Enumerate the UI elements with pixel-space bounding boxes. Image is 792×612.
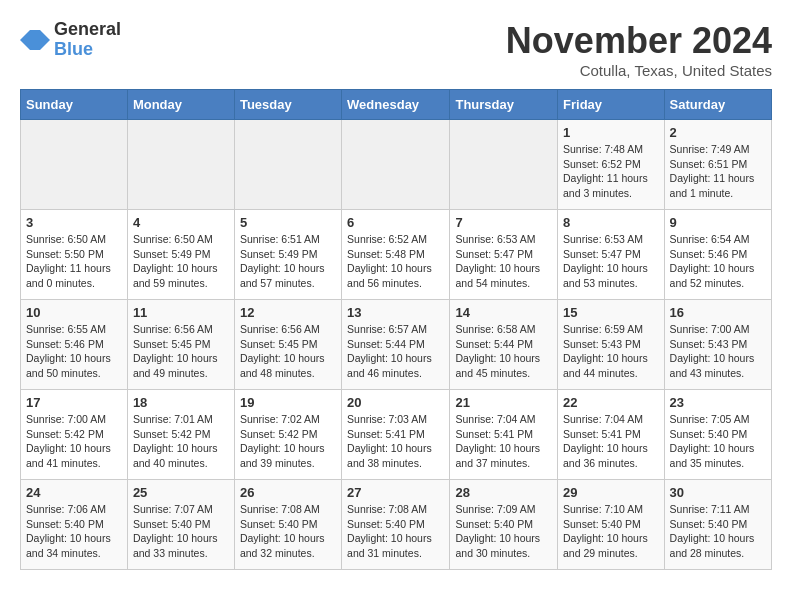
day-info: Sunrise: 6:53 AMSunset: 5:47 PMDaylight:… bbox=[455, 232, 552, 291]
day-info: Sunrise: 7:06 AMSunset: 5:40 PMDaylight:… bbox=[26, 502, 122, 561]
month-title: November 2024 bbox=[506, 20, 772, 62]
calendar-cell: 23Sunrise: 7:05 AMSunset: 5:40 PMDayligh… bbox=[664, 390, 771, 480]
day-number: 4 bbox=[133, 215, 229, 230]
calendar-cell: 19Sunrise: 7:02 AMSunset: 5:42 PMDayligh… bbox=[234, 390, 341, 480]
calendar-cell bbox=[342, 120, 450, 210]
calendar-cell: 26Sunrise: 7:08 AMSunset: 5:40 PMDayligh… bbox=[234, 480, 341, 570]
calendar-cell: 18Sunrise: 7:01 AMSunset: 5:42 PMDayligh… bbox=[127, 390, 234, 480]
calendar-cell bbox=[234, 120, 341, 210]
calendar-cell: 15Sunrise: 6:59 AMSunset: 5:43 PMDayligh… bbox=[558, 300, 665, 390]
calendar-cell: 30Sunrise: 7:11 AMSunset: 5:40 PMDayligh… bbox=[664, 480, 771, 570]
day-info: Sunrise: 6:57 AMSunset: 5:44 PMDaylight:… bbox=[347, 322, 444, 381]
calendar-week-row: 17Sunrise: 7:00 AMSunset: 5:42 PMDayligh… bbox=[21, 390, 772, 480]
logo-text: General Blue bbox=[54, 20, 121, 60]
day-number: 23 bbox=[670, 395, 766, 410]
calendar-cell: 22Sunrise: 7:04 AMSunset: 5:41 PMDayligh… bbox=[558, 390, 665, 480]
day-info: Sunrise: 6:59 AMSunset: 5:43 PMDaylight:… bbox=[563, 322, 659, 381]
calendar-week-row: 10Sunrise: 6:55 AMSunset: 5:46 PMDayligh… bbox=[21, 300, 772, 390]
day-number: 20 bbox=[347, 395, 444, 410]
day-number: 25 bbox=[133, 485, 229, 500]
day-number: 27 bbox=[347, 485, 444, 500]
day-info: Sunrise: 6:58 AMSunset: 5:44 PMDaylight:… bbox=[455, 322, 552, 381]
day-number: 28 bbox=[455, 485, 552, 500]
day-number: 7 bbox=[455, 215, 552, 230]
day-info: Sunrise: 6:53 AMSunset: 5:47 PMDaylight:… bbox=[563, 232, 659, 291]
day-number: 8 bbox=[563, 215, 659, 230]
calendar-cell: 20Sunrise: 7:03 AMSunset: 5:41 PMDayligh… bbox=[342, 390, 450, 480]
calendar-cell: 27Sunrise: 7:08 AMSunset: 5:40 PMDayligh… bbox=[342, 480, 450, 570]
logo-icon bbox=[20, 25, 50, 55]
day-of-week-header: Friday bbox=[558, 90, 665, 120]
day-info: Sunrise: 7:07 AMSunset: 5:40 PMDaylight:… bbox=[133, 502, 229, 561]
day-info: Sunrise: 7:04 AMSunset: 5:41 PMDaylight:… bbox=[563, 412, 659, 471]
day-of-week-header: Sunday bbox=[21, 90, 128, 120]
logo-blue-text: Blue bbox=[54, 40, 121, 60]
day-of-week-header: Monday bbox=[127, 90, 234, 120]
day-info: Sunrise: 6:50 AMSunset: 5:49 PMDaylight:… bbox=[133, 232, 229, 291]
logo-general-text: General bbox=[54, 20, 121, 40]
calendar-cell bbox=[450, 120, 558, 210]
day-of-week-header: Thursday bbox=[450, 90, 558, 120]
day-info: Sunrise: 7:00 AMSunset: 5:43 PMDaylight:… bbox=[670, 322, 766, 381]
day-number: 6 bbox=[347, 215, 444, 230]
calendar-cell: 21Sunrise: 7:04 AMSunset: 5:41 PMDayligh… bbox=[450, 390, 558, 480]
day-number: 17 bbox=[26, 395, 122, 410]
day-number: 15 bbox=[563, 305, 659, 320]
day-info: Sunrise: 6:52 AMSunset: 5:48 PMDaylight:… bbox=[347, 232, 444, 291]
page-header: General Blue November 2024 Cotulla, Texa… bbox=[20, 20, 772, 79]
day-info: Sunrise: 7:08 AMSunset: 5:40 PMDaylight:… bbox=[347, 502, 444, 561]
calendar-cell: 1Sunrise: 7:48 AMSunset: 6:52 PMDaylight… bbox=[558, 120, 665, 210]
calendar-table: SundayMondayTuesdayWednesdayThursdayFrid… bbox=[20, 89, 772, 570]
day-info: Sunrise: 7:10 AMSunset: 5:40 PMDaylight:… bbox=[563, 502, 659, 561]
day-info: Sunrise: 7:48 AMSunset: 6:52 PMDaylight:… bbox=[563, 142, 659, 201]
calendar-week-row: 3Sunrise: 6:50 AMSunset: 5:50 PMDaylight… bbox=[21, 210, 772, 300]
day-number: 13 bbox=[347, 305, 444, 320]
calendar-cell: 3Sunrise: 6:50 AMSunset: 5:50 PMDaylight… bbox=[21, 210, 128, 300]
calendar-cell: 14Sunrise: 6:58 AMSunset: 5:44 PMDayligh… bbox=[450, 300, 558, 390]
calendar-cell: 11Sunrise: 6:56 AMSunset: 5:45 PMDayligh… bbox=[127, 300, 234, 390]
day-info: Sunrise: 6:55 AMSunset: 5:46 PMDaylight:… bbox=[26, 322, 122, 381]
calendar-cell: 12Sunrise: 6:56 AMSunset: 5:45 PMDayligh… bbox=[234, 300, 341, 390]
day-info: Sunrise: 7:49 AMSunset: 6:51 PMDaylight:… bbox=[670, 142, 766, 201]
day-info: Sunrise: 6:51 AMSunset: 5:49 PMDaylight:… bbox=[240, 232, 336, 291]
day-info: Sunrise: 7:04 AMSunset: 5:41 PMDaylight:… bbox=[455, 412, 552, 471]
calendar-header: SundayMondayTuesdayWednesdayThursdayFrid… bbox=[21, 90, 772, 120]
day-info: Sunrise: 7:11 AMSunset: 5:40 PMDaylight:… bbox=[670, 502, 766, 561]
day-of-week-header: Tuesday bbox=[234, 90, 341, 120]
calendar-cell: 2Sunrise: 7:49 AMSunset: 6:51 PMDaylight… bbox=[664, 120, 771, 210]
calendar-cell: 9Sunrise: 6:54 AMSunset: 5:46 PMDaylight… bbox=[664, 210, 771, 300]
day-number: 9 bbox=[670, 215, 766, 230]
day-info: Sunrise: 7:01 AMSunset: 5:42 PMDaylight:… bbox=[133, 412, 229, 471]
calendar-cell bbox=[127, 120, 234, 210]
calendar-cell: 16Sunrise: 7:00 AMSunset: 5:43 PMDayligh… bbox=[664, 300, 771, 390]
day-number: 19 bbox=[240, 395, 336, 410]
calendar-cell: 5Sunrise: 6:51 AMSunset: 5:49 PMDaylight… bbox=[234, 210, 341, 300]
logo: General Blue bbox=[20, 20, 121, 60]
day-number: 10 bbox=[26, 305, 122, 320]
day-of-week-header: Saturday bbox=[664, 90, 771, 120]
day-info: Sunrise: 6:56 AMSunset: 5:45 PMDaylight:… bbox=[133, 322, 229, 381]
calendar-cell: 17Sunrise: 7:00 AMSunset: 5:42 PMDayligh… bbox=[21, 390, 128, 480]
title-section: November 2024 Cotulla, Texas, United Sta… bbox=[506, 20, 772, 79]
calendar-cell bbox=[21, 120, 128, 210]
day-info: Sunrise: 7:05 AMSunset: 5:40 PMDaylight:… bbox=[670, 412, 766, 471]
day-number: 29 bbox=[563, 485, 659, 500]
day-number: 14 bbox=[455, 305, 552, 320]
day-info: Sunrise: 7:00 AMSunset: 5:42 PMDaylight:… bbox=[26, 412, 122, 471]
calendar-cell: 29Sunrise: 7:10 AMSunset: 5:40 PMDayligh… bbox=[558, 480, 665, 570]
day-info: Sunrise: 6:56 AMSunset: 5:45 PMDaylight:… bbox=[240, 322, 336, 381]
calendar-body: 1Sunrise: 7:48 AMSunset: 6:52 PMDaylight… bbox=[21, 120, 772, 570]
day-number: 1 bbox=[563, 125, 659, 140]
day-number: 21 bbox=[455, 395, 552, 410]
day-number: 24 bbox=[26, 485, 122, 500]
day-number: 18 bbox=[133, 395, 229, 410]
day-number: 3 bbox=[26, 215, 122, 230]
calendar-cell: 13Sunrise: 6:57 AMSunset: 5:44 PMDayligh… bbox=[342, 300, 450, 390]
days-of-week-row: SundayMondayTuesdayWednesdayThursdayFrid… bbox=[21, 90, 772, 120]
day-number: 5 bbox=[240, 215, 336, 230]
calendar-cell: 7Sunrise: 6:53 AMSunset: 5:47 PMDaylight… bbox=[450, 210, 558, 300]
day-number: 2 bbox=[670, 125, 766, 140]
calendar-cell: 24Sunrise: 7:06 AMSunset: 5:40 PMDayligh… bbox=[21, 480, 128, 570]
calendar-cell: 4Sunrise: 6:50 AMSunset: 5:49 PMDaylight… bbox=[127, 210, 234, 300]
day-info: Sunrise: 7:09 AMSunset: 5:40 PMDaylight:… bbox=[455, 502, 552, 561]
